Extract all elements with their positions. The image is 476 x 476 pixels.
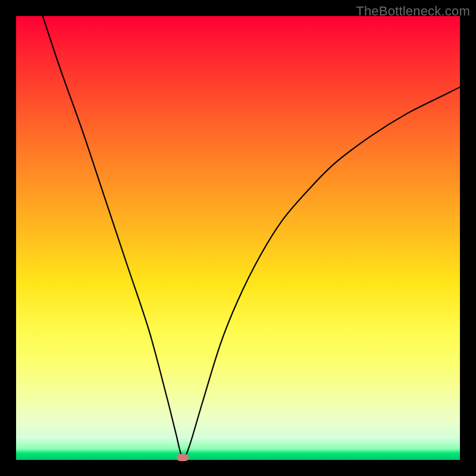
plot-area: [16, 16, 460, 460]
chart-frame: TheBottleneck.com: [0, 0, 476, 476]
watermark-text: TheBottleneck.com: [356, 4, 470, 19]
bottleneck-curve: [16, 16, 460, 460]
optimal-marker: [177, 454, 189, 461]
